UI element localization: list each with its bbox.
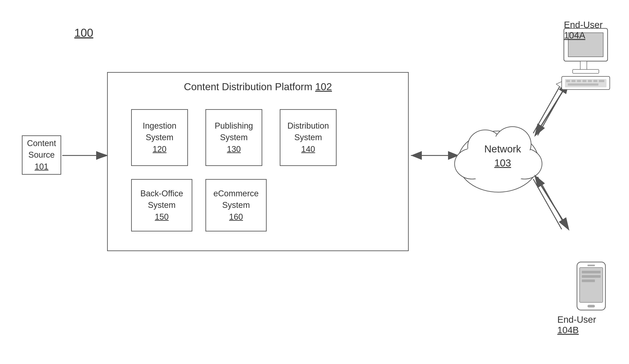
end-user-b-text: End-User (557, 314, 596, 325)
diagram-ref-100: 100 (74, 26, 93, 39)
svg-line-23 (533, 179, 562, 229)
svg-rect-46 (582, 275, 601, 278)
platform-title: Content Distribution Platform 102 (107, 81, 409, 92)
svg-rect-33 (562, 77, 610, 90)
content-source-ref: 101 (34, 161, 48, 173)
backoffice-ref: 150 (155, 211, 168, 223)
svg-rect-45 (582, 271, 601, 273)
content-source-label: Content Source (22, 138, 61, 161)
svg-rect-41 (599, 80, 604, 82)
svg-line-22 (538, 85, 566, 135)
publishing-system-box: Publishing System 130 (205, 109, 262, 166)
end-user-b-ref: 104B (557, 325, 579, 335)
distribution-system-box: Distribution System 140 (280, 109, 336, 166)
svg-line-26 (535, 83, 568, 135)
end-user-a-label: End-User 104A (564, 20, 603, 41)
diagram-container: 100 Content Source 101 Content Distribut… (0, 0, 629, 364)
ingestion-system-box: Ingestion System 120 (131, 109, 188, 166)
svg-rect-44 (580, 268, 603, 302)
svg-line-27 (535, 177, 568, 229)
svg-rect-40 (593, 80, 597, 82)
network-label: Network 103 (459, 142, 546, 170)
svg-rect-43 (577, 262, 605, 310)
ecommerce-label: eCommerce System (206, 188, 266, 211)
svg-line-25 (535, 83, 568, 135)
network-text: Network (484, 143, 521, 155)
publishing-label: Publishing System (206, 120, 262, 143)
backoffice-system-box: Back-Office System 150 (131, 179, 192, 231)
end-user-a-text: End-User (564, 20, 603, 30)
ecommerce-ref: 160 (229, 211, 243, 223)
ingestion-label: Ingestion System (132, 120, 187, 143)
svg-marker-8 (448, 151, 459, 160)
svg-rect-38 (582, 80, 586, 82)
platform-ref: 102 (315, 81, 332, 92)
svg-rect-49 (588, 265, 595, 266)
distribution-label: Distribution System (280, 120, 336, 143)
svg-rect-31 (580, 61, 587, 70)
svg-line-20 (533, 83, 562, 133)
svg-marker-21 (556, 81, 563, 89)
svg-rect-39 (588, 80, 592, 82)
backoffice-label: Back-Office System (132, 188, 192, 211)
end-user-b-label: End-User 104B (557, 314, 596, 335)
publishing-ref: 130 (227, 143, 241, 155)
svg-line-28 (535, 177, 568, 229)
svg-rect-47 (582, 279, 595, 282)
svg-rect-34 (565, 79, 607, 87)
svg-rect-32 (573, 70, 599, 73)
svg-rect-36 (572, 80, 575, 82)
distribution-ref: 140 (301, 143, 315, 155)
ingestion-ref: 120 (153, 143, 166, 155)
ecommerce-system-box: eCommerce System 160 (205, 179, 267, 231)
svg-line-24 (538, 177, 566, 227)
svg-marker-5 (96, 151, 107, 160)
svg-rect-48 (588, 305, 595, 307)
network-ref: 103 (494, 157, 511, 169)
content-source-box: Content Source 101 (22, 135, 61, 175)
svg-rect-35 (566, 80, 570, 82)
svg-marker-7 (411, 151, 422, 160)
svg-rect-42 (568, 84, 598, 86)
end-user-a-ref: 104A (564, 30, 585, 40)
svg-rect-37 (577, 80, 581, 82)
